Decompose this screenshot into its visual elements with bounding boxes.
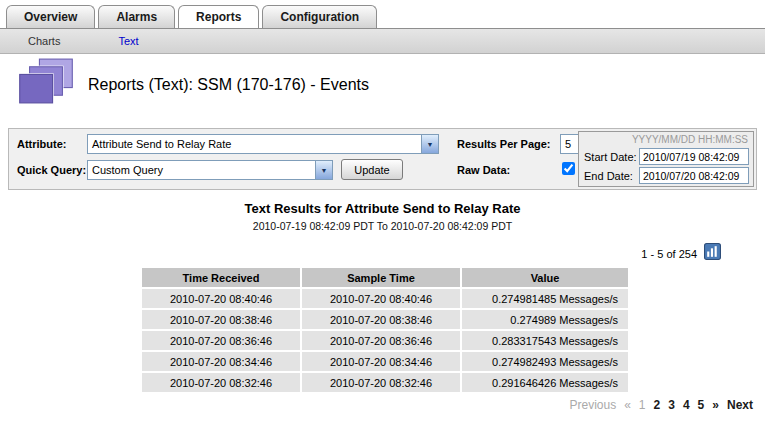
app-window: Overview Alarms Reports Configuration Ch… [0, 0, 765, 423]
pagination-next[interactable]: Next [727, 398, 753, 412]
table-row: 2010-07-20 08:34:46 2010-07-20 08:34:46 … [142, 352, 628, 371]
col-header-time-received: Time Received [142, 268, 300, 287]
pagination-page-2[interactable]: 2 [654, 398, 661, 412]
tab-bar: Overview Alarms Reports Configuration [0, 0, 765, 28]
attribute-select[interactable]: Attribute Send to Relay Rate ▼ [87, 134, 439, 154]
pagination-next-arrow-icon[interactable]: » [712, 398, 719, 412]
pagination-page-3[interactable]: 3 [668, 398, 675, 412]
pagination-page-5[interactable]: 5 [698, 398, 705, 412]
pagination-previous: Previous [569, 398, 616, 412]
results-subtitle: 2010-07-19 08:42:09 PDT To 2010-07-20 08… [0, 220, 765, 232]
raw-data-label: Raw Data: [457, 164, 510, 176]
quick-query-select[interactable]: Custom Query ▼ [87, 160, 333, 180]
quick-query-label: Quick Query: [17, 164, 86, 176]
tab-overview[interactable]: Overview [6, 5, 95, 28]
pagination-page-1: 1 [639, 398, 646, 412]
cell-time-received: 2010-07-20 08:38:46 [142, 310, 300, 329]
end-date-label: End Date: [584, 170, 633, 182]
cell-time-received: 2010-07-20 08:36:46 [142, 331, 300, 350]
pagination-prev-arrow-icon: « [624, 398, 631, 412]
tab-reports[interactable]: Reports [178, 5, 259, 28]
cell-sample-time: 2010-07-20 08:34:46 [302, 352, 460, 371]
printable-report-icon[interactable] [704, 243, 721, 260]
cell-time-received: 2010-07-20 08:34:46 [142, 352, 300, 371]
tab-alarms[interactable]: Alarms [98, 5, 175, 28]
results-title: Text Results for Attribute Send to Relay… [0, 201, 765, 216]
cell-sample-time: 2010-07-20 08:32:46 [302, 373, 460, 392]
cell-sample-time: 2010-07-20 08:40:46 [302, 289, 460, 308]
date-range-box: YYYY/MM/DD HH:MM:SS Start Date: End Date… [578, 131, 754, 187]
table-row: 2010-07-20 08:40:46 2010-07-20 08:40:46 … [142, 289, 628, 308]
pagination-page-4[interactable]: 4 [683, 398, 690, 412]
cell-value: 0.274981485 Messages/s [462, 289, 628, 308]
attribute-select-value: Attribute Send to Relay Rate [88, 138, 421, 150]
cell-value: 0.274989 Messages/s [462, 310, 628, 329]
start-date-input[interactable] [639, 148, 749, 165]
table-row: 2010-07-20 08:36:46 2010-07-20 08:36:46 … [142, 331, 628, 350]
table-header-row: Time Received Sample Time Value [142, 268, 628, 287]
results-table: Time Received Sample Time Value 2010-07-… [140, 266, 630, 394]
subnav-item-text[interactable]: Text [118, 35, 138, 47]
raw-data-checkbox[interactable] [562, 162, 575, 175]
cell-value: 0.274982493 Messages/s [462, 352, 628, 371]
tab-configuration[interactable]: Configuration [262, 5, 377, 28]
date-format-hint: YYYY/MM/DD HH:MM:SS [632, 134, 748, 145]
quick-query-select-value: Custom Query [88, 164, 315, 176]
results-per-page-label: Results Per Page: [457, 138, 551, 150]
cell-value: 0.283317543 Messages/s [462, 331, 628, 350]
table-row: 2010-07-20 08:38:46 2010-07-20 08:38:46 … [142, 310, 628, 329]
cell-time-received: 2010-07-20 08:40:46 [142, 289, 300, 308]
col-header-sample-time: Sample Time [302, 268, 460, 287]
chevron-down-icon: ▼ [421, 135, 438, 153]
end-date-input[interactable] [639, 167, 749, 184]
reports-stack-icon [18, 58, 74, 104]
subnav-bar: Charts Text [0, 28, 765, 54]
cell-sample-time: 2010-07-20 08:38:46 [302, 310, 460, 329]
cell-value: 0.291646426 Messages/s [462, 373, 628, 392]
query-panel: Attribute: Attribute Send to Relay Rate … [8, 128, 757, 190]
col-header-value: Value [462, 268, 628, 287]
page-title: Reports (Text): SSM (170-176) - Events [88, 76, 369, 94]
cell-sample-time: 2010-07-20 08:36:46 [302, 331, 460, 350]
subnav-item-charts[interactable]: Charts [28, 35, 60, 47]
start-date-label: Start Date: [584, 151, 637, 163]
pagination: Previous « 1 2 3 4 5 » Next [569, 398, 753, 412]
result-range: 1 - 5 of 254 [641, 248, 697, 260]
attribute-label: Attribute: [17, 138, 67, 150]
update-button[interactable]: Update [341, 159, 403, 180]
chevron-down-icon: ▼ [315, 161, 332, 179]
cell-time-received: 2010-07-20 08:32:46 [142, 373, 300, 392]
table-row: 2010-07-20 08:32:46 2010-07-20 08:32:46 … [142, 373, 628, 392]
